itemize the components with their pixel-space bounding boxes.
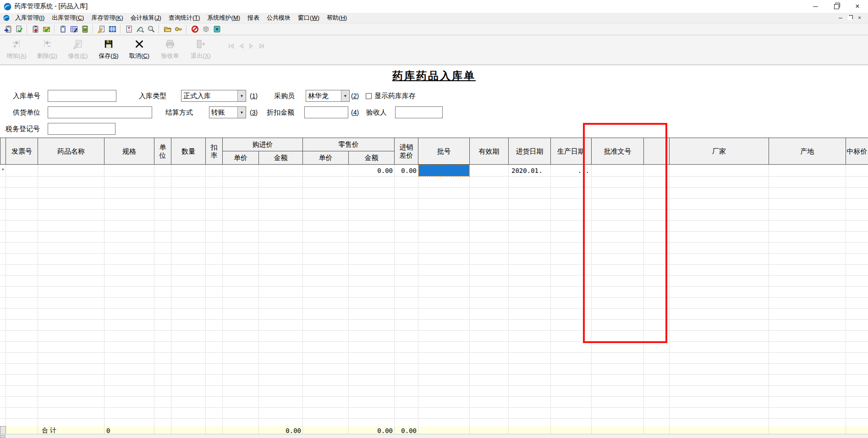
grid-cell[interactable] — [171, 386, 206, 397]
grid-cell[interactable] — [223, 221, 259, 232]
grid-cell[interactable] — [349, 177, 395, 188]
grid-cell[interactable] — [846, 188, 868, 199]
grid-cell[interactable] — [418, 232, 470, 243]
grid-cell[interactable] — [104, 342, 154, 353]
grid-cell[interactable] — [104, 254, 154, 265]
grid-cell[interactable] — [395, 353, 418, 364]
grid-cell[interactable] — [670, 320, 769, 331]
grid-cell[interactable] — [206, 165, 223, 177]
grid-cell[interactable] — [171, 243, 206, 254]
grid-cell[interactable] — [206, 320, 223, 331]
grid-cell[interactable] — [418, 210, 470, 221]
grid-cell[interactable] — [769, 221, 846, 232]
grid-cell[interactable] — [154, 309, 171, 320]
grid-cell[interactable] — [259, 386, 303, 397]
grid-cell[interactable] — [846, 320, 868, 331]
grid-cell[interactable] — [259, 287, 303, 298]
grid-cell[interactable] — [259, 254, 303, 265]
grid-cell[interactable] — [104, 276, 154, 287]
grid-cell[interactable] — [395, 364, 418, 375]
grid-cell[interactable] — [769, 265, 846, 276]
grid-cell[interactable] — [846, 353, 868, 364]
grid-cell[interactable] — [6, 276, 38, 287]
grid-cell[interactable] — [395, 309, 418, 320]
grid-cell[interactable] — [670, 353, 769, 364]
grid-cell[interactable] — [846, 232, 868, 243]
grid-cell[interactable] — [0, 408, 6, 419]
grid-cell[interactable] — [418, 353, 470, 364]
menu-item-5[interactable]: 查询统计(T) — [165, 13, 204, 23]
menu-item-1[interactable]: 入库管理(I) — [11, 13, 48, 23]
grid-cell[interactable] — [509, 243, 551, 254]
grid-cell[interactable] — [6, 165, 38, 177]
grid-cell[interactable] — [769, 364, 846, 375]
grid-cell[interactable] — [6, 188, 38, 199]
grid-cell[interactable] — [395, 221, 418, 232]
grid-cell[interactable] — [470, 364, 509, 375]
grid-cell[interactable] — [769, 177, 846, 188]
grid-cell[interactable] — [418, 397, 470, 408]
grid-cell[interactable] — [104, 408, 154, 419]
grid-cell[interactable] — [509, 265, 551, 276]
nav-prev-button[interactable] — [238, 43, 245, 51]
grid-cell[interactable] — [303, 397, 349, 408]
grid-cell[interactable] — [470, 386, 509, 397]
grid-cell[interactable] — [470, 232, 509, 243]
grid-cell[interactable] — [418, 199, 470, 210]
grid-cell[interactable] — [769, 287, 846, 298]
grid-cell[interactable] — [644, 342, 670, 353]
grid-cell[interactable] — [6, 364, 38, 375]
column-subheader[interactable]: 金额 — [259, 151, 303, 165]
grid-cell[interactable] — [154, 331, 171, 342]
grid-cell[interactable] — [670, 397, 769, 408]
grid-cell[interactable] — [154, 320, 171, 331]
grid-cell[interactable] — [259, 397, 303, 408]
grid-cell[interactable] — [349, 221, 395, 232]
grid-cell[interactable] — [6, 309, 38, 320]
grid-cell[interactable] — [171, 287, 206, 298]
grid-cell[interactable] — [769, 320, 846, 331]
grid-cell[interactable] — [551, 397, 592, 408]
grid-cell[interactable] — [846, 375, 868, 386]
grid-cell[interactable] — [303, 188, 349, 199]
grid-cell[interactable] — [259, 320, 303, 331]
menu-item-9[interactable]: 窗口(W) — [294, 13, 323, 23]
grid-cell[interactable] — [0, 199, 6, 210]
grid-cell[interactable] — [670, 254, 769, 265]
grid-cell[interactable] — [846, 386, 868, 397]
grid-cell[interactable] — [769, 298, 846, 309]
grid-cell[interactable] — [6, 210, 38, 221]
grid-cell[interactable] — [509, 199, 551, 210]
grid-cell[interactable] — [592, 375, 644, 386]
grid-cell[interactable] — [0, 254, 6, 265]
grid-cell[interactable] — [0, 342, 6, 353]
grid-cell[interactable] — [0, 188, 6, 199]
paste-entry-icon[interactable] — [2, 24, 13, 34]
grid-cell[interactable] — [6, 386, 38, 397]
grid-cell[interactable] — [395, 210, 418, 221]
report-icon[interactable] — [123, 24, 134, 34]
grid-cell[interactable] — [395, 331, 418, 342]
grid-cell[interactable] — [395, 254, 418, 265]
grid-cell[interactable] — [846, 364, 868, 375]
grid-cell[interactable] — [154, 298, 171, 309]
grid-cell[interactable] — [38, 386, 104, 397]
grid-cell[interactable] — [104, 386, 154, 397]
grid-cell[interactable] — [38, 342, 104, 353]
grid-cell[interactable] — [670, 165, 769, 177]
grid-cell[interactable] — [470, 254, 509, 265]
grid-cell[interactable] — [470, 287, 509, 298]
grid-cell[interactable] — [470, 265, 509, 276]
grid-cell[interactable] — [470, 243, 509, 254]
grid-cell[interactable] — [303, 276, 349, 287]
grid-cell[interactable] — [171, 331, 206, 342]
cancel-button[interactable]: 取消(C) — [126, 39, 153, 60]
grid-cell[interactable] — [206, 276, 223, 287]
grid-cell[interactable] — [303, 210, 349, 221]
grid-cell[interactable] — [0, 386, 6, 397]
grid-cell[interactable] — [592, 364, 644, 375]
grid-cell[interactable] — [0, 364, 6, 375]
grid-cell[interactable] — [644, 386, 670, 397]
grid-cell[interactable] — [846, 287, 868, 298]
grid-cell[interactable] — [395, 177, 418, 188]
